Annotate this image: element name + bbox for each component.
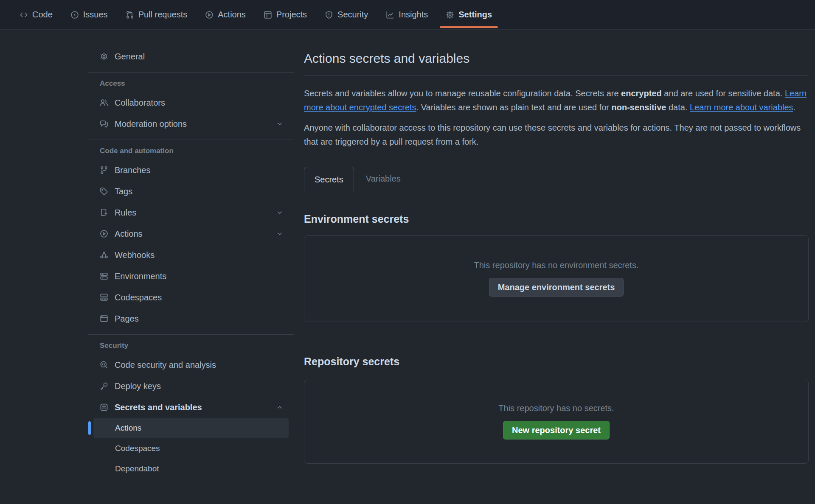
intro-text: . xyxy=(793,103,796,112)
sidebar-item-actions[interactable]: Actions xyxy=(88,223,294,244)
shield-icon xyxy=(325,11,333,19)
nav-tab-label: Settings xyxy=(458,10,492,20)
sidebar-item-collaborators[interactable]: Collaborators xyxy=(88,92,294,113)
sidebar-item-environments[interactable]: Environments xyxy=(88,266,294,287)
sidebar-item-webhooks[interactable]: Webhooks xyxy=(88,244,294,266)
nav-tab-label: Actions xyxy=(218,10,246,20)
sidebar-item-codespaces[interactable]: Codespaces xyxy=(88,287,294,308)
title-divider xyxy=(304,75,809,76)
sidebar-section-code-automation: Code and automation xyxy=(88,147,294,155)
repository-secrets-empty-text: This repository has no secrets. xyxy=(498,403,614,413)
play-icon xyxy=(205,11,214,19)
sidebar-divider xyxy=(88,334,294,335)
intro-bold-non-sensitive: non-sensitive xyxy=(612,103,666,112)
sidebar-item-pages[interactable]: Pages xyxy=(88,308,294,329)
sidebar-divider xyxy=(88,72,294,73)
intro-text: data. xyxy=(666,103,690,112)
sidebar-subitem-dependabot[interactable]: Dependabot xyxy=(93,459,289,479)
sidebar-section-security: Security xyxy=(88,342,294,350)
repo-nav: Code Issues Pull requests Actions Projec… xyxy=(0,0,815,30)
sidebar-item-label: Code security and analysis xyxy=(115,360,216,370)
sidebar-item-label: Secrets and variables xyxy=(115,403,202,412)
nav-tab-issues[interactable]: Issues xyxy=(65,0,114,29)
sidebar-divider xyxy=(88,140,294,140)
sidebar-item-secrets-and-variables[interactable]: Secrets and variables xyxy=(88,397,294,418)
git-pull-request-icon xyxy=(126,11,134,19)
issue-opened-icon xyxy=(70,11,79,19)
gear-icon xyxy=(100,52,108,61)
page-title: Actions secrets and variables xyxy=(304,50,809,67)
sidebar-item-branches[interactable]: Branches xyxy=(88,160,294,181)
sidebar-item-label: Moderation options xyxy=(115,119,187,129)
key-icon xyxy=(100,382,108,390)
nav-tab-label: Projects xyxy=(276,10,307,20)
chevron-down-icon xyxy=(276,230,283,237)
collaborator-paragraph: Anyone with collaborator access to this … xyxy=(304,121,809,148)
sidebar-subitem-label: Codespaces xyxy=(115,444,160,453)
sidebar-item-deploy-keys[interactable]: Deploy keys xyxy=(88,375,294,397)
play-icon xyxy=(100,230,108,238)
sidebar-section-access: Access xyxy=(88,79,294,88)
sidebar-item-label: Actions xyxy=(115,229,143,239)
sidebar-item-label: Codespaces xyxy=(115,293,162,302)
nav-tab-insights[interactable]: Insights xyxy=(380,0,434,29)
new-repository-secret-button[interactable]: New repository secret xyxy=(503,421,610,440)
environment-secrets-empty-box: This repository has no environment secre… xyxy=(304,235,809,322)
nav-tab-pull-requests[interactable]: Pull requests xyxy=(120,0,194,29)
secrets-variables-tabnav: Secrets Variables xyxy=(304,166,809,192)
repository-secrets-empty-box: This repository has no secrets. New repo… xyxy=(304,380,809,464)
nav-tab-security[interactable]: Security xyxy=(319,0,374,29)
table-icon xyxy=(264,11,272,19)
sidebar-item-label: Branches xyxy=(115,165,151,175)
repo-push-icon xyxy=(100,208,108,217)
sidebar-subitem-codespaces[interactable]: Codespaces xyxy=(93,438,289,459)
nav-tab-code[interactable]: Code xyxy=(14,0,59,29)
nav-tab-label: Security xyxy=(337,10,368,20)
sidebar-item-label: Collaborators xyxy=(115,98,165,108)
sidebar-item-code-security[interactable]: Code security and analysis xyxy=(88,354,294,375)
intro-paragraph: Secrets and variables allow you to manag… xyxy=(304,87,809,114)
tab-secrets[interactable]: Secrets xyxy=(304,167,354,192)
comment-discussion-icon xyxy=(100,120,108,128)
tab-variables[interactable]: Variables xyxy=(354,166,413,192)
nav-tab-projects[interactable]: Projects xyxy=(258,0,313,29)
intro-text: . Variables are shown as plain text and … xyxy=(416,103,612,112)
chevron-down-icon xyxy=(276,209,283,216)
link-variables[interactable]: Learn more about variables xyxy=(690,103,793,112)
nav-tab-label: Code xyxy=(32,10,53,20)
sidebar-item-rules[interactable]: Rules xyxy=(88,202,294,223)
intro-text: Secrets and variables allow you to manag… xyxy=(304,89,621,98)
sidebar-item-general[interactable]: General xyxy=(88,46,294,67)
environment-secrets-empty-text: This repository has no environment secre… xyxy=(474,260,639,270)
webhook-icon xyxy=(100,251,108,259)
repository-secrets-heading: Repository secrets xyxy=(304,354,809,369)
sidebar-item-label: Deploy keys xyxy=(115,381,161,391)
github-settings-page: Code Issues Pull requests Actions Projec… xyxy=(0,0,815,504)
sidebar-subitem-actions[interactable]: Actions xyxy=(93,418,289,438)
sidebar-subitem-label: Dependabot xyxy=(115,464,159,473)
browser-icon xyxy=(100,314,108,323)
nav-tab-actions[interactable]: Actions xyxy=(199,0,252,29)
settings-sidebar: General Access Collaborators Moderation … xyxy=(88,30,294,479)
people-icon xyxy=(100,98,108,107)
codescan-icon xyxy=(100,361,108,369)
gear-icon xyxy=(446,11,454,19)
main-content: Actions secrets and variables Secrets an… xyxy=(304,30,809,464)
nav-tab-label: Insights xyxy=(399,10,428,20)
intro-bold-encrypted: encrypted xyxy=(621,89,662,98)
nav-tab-settings[interactable]: Settings xyxy=(440,0,498,29)
sidebar-item-label: Tags xyxy=(115,187,132,196)
sidebar-item-label: Webhooks xyxy=(115,250,155,260)
sidebar-item-label: Rules xyxy=(115,208,136,218)
intro-text: and are used for sensitive data. xyxy=(662,89,785,98)
manage-environment-secrets-button[interactable]: Manage environment secrets xyxy=(489,278,624,297)
sidebar-item-label: Environments xyxy=(115,272,166,281)
sidebar-item-tags[interactable]: Tags xyxy=(88,181,294,202)
asterisk-box-icon xyxy=(100,403,108,412)
sidebar-subitem-label: Actions xyxy=(115,423,141,433)
codespaces-icon xyxy=(100,293,108,302)
chevron-down-icon xyxy=(276,120,283,127)
sidebar-item-moderation-options[interactable]: Moderation options xyxy=(88,113,294,134)
graph-icon xyxy=(386,11,394,19)
chevron-up-icon xyxy=(276,404,283,411)
